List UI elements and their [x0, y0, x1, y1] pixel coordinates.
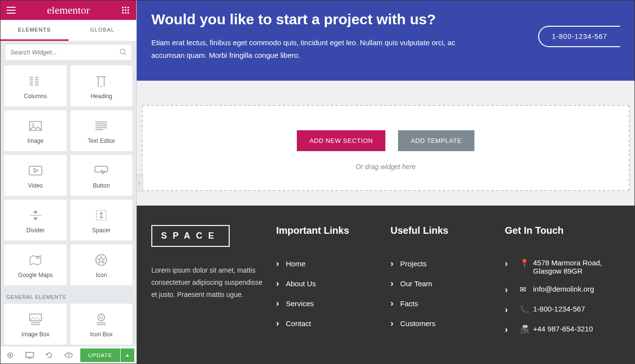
- sidebar-footer: UPDATE ▲: [0, 346, 136, 364]
- sidebar-tabs: ELEMENTS GLOBAL: [0, 20, 136, 41]
- imagebox-icon: [8, 312, 63, 326]
- fax-icon: 📠: [520, 325, 528, 334]
- spacer-icon: [74, 208, 129, 222]
- heading-icon: [74, 74, 129, 88]
- hamburger-icon[interactable]: [5, 4, 17, 16]
- svg-rect-1: [125, 7, 127, 8]
- svg-point-24: [68, 354, 70, 356]
- dropzone-hint: Or drag widget here: [152, 163, 619, 171]
- dropzone[interactable]: ADD NEW SECTION ADD TEMPLATE Or drag wid…: [142, 105, 630, 191]
- widget-icon[interactable]: Icon: [71, 244, 133, 285]
- footer-link[interactable]: Projects: [391, 254, 495, 274]
- svg-point-16: [37, 257, 38, 258]
- phone-icon: 📞: [520, 305, 528, 314]
- tab-global[interactable]: GLOBAL: [69, 20, 137, 41]
- maps-icon: [8, 253, 63, 267]
- search-input[interactable]: [5, 45, 131, 60]
- svg-point-19: [98, 314, 105, 321]
- svg-rect-12: [29, 166, 42, 175]
- svg-rect-5: [127, 10, 129, 11]
- settings-icon[interactable]: [0, 347, 20, 364]
- widget-video[interactable]: Video: [4, 155, 67, 196]
- preview-icon[interactable]: [59, 347, 78, 364]
- button-icon: [74, 164, 129, 177]
- footer-col3-title: Useful Links: [391, 225, 495, 236]
- divider-icon: [8, 208, 63, 222]
- footer-col-contact: Get In Touch 📍4578 Marmora Road, Glasgow…: [505, 225, 620, 340]
- svg-rect-23: [26, 352, 34, 357]
- svg-point-11: [32, 123, 34, 125]
- add-template-button[interactable]: ADD TEMPLATE: [398, 130, 474, 151]
- history-icon[interactable]: [39, 347, 59, 364]
- svg-point-9: [120, 49, 125, 54]
- footer-link[interactable]: Home: [276, 254, 381, 274]
- widget-button[interactable]: Button: [71, 155, 133, 196]
- cta-phone-button[interactable]: 1-800-1234-567: [538, 26, 620, 47]
- widget-columns[interactable]: Columns: [4, 66, 67, 106]
- svg-rect-2: [127, 7, 129, 8]
- svg-rect-13: [95, 166, 108, 172]
- video-icon: [8, 164, 63, 177]
- text-icon: [74, 119, 129, 133]
- widgets-panel: Columns Heading Image Text Editor Video …: [0, 64, 136, 346]
- cta-section[interactable]: Would you like to start a project with u…: [137, 0, 635, 81]
- footer-col2-title: Important Links: [276, 225, 381, 236]
- widget-text-editor[interactable]: Text Editor: [71, 110, 133, 151]
- collapse-sidebar-button[interactable]: ‹: [137, 174, 143, 192]
- footer-about-text: Lorem ipsum dolor sit amet, mattis conse…: [151, 264, 267, 301]
- cta-title: Would you like to start a project with u…: [151, 11, 528, 28]
- footer-link[interactable]: Facts: [391, 294, 495, 313]
- widget-image-box[interactable]: Image Box: [4, 304, 67, 345]
- location-icon: 📍: [520, 259, 528, 268]
- update-options-button[interactable]: ▲: [121, 348, 134, 362]
- footer-link[interactable]: Contact: [276, 313, 381, 333]
- cta-text: Etiam erat lectus, finibus eget commodo …: [151, 36, 472, 61]
- svg-rect-7: [125, 12, 127, 14]
- svg-rect-0: [122, 7, 124, 8]
- iconbox-icon: [74, 312, 129, 326]
- elementor-sidebar: elementor ELEMENTS GLOBAL Columns Headin…: [0, 0, 137, 364]
- star-icon: [74, 253, 129, 267]
- tab-elements[interactable]: ELEMENTS: [0, 20, 69, 41]
- editor-canvas: ‹ Would you like to start a project with…: [137, 0, 635, 364]
- widget-heading[interactable]: Heading: [71, 66, 133, 106]
- add-section-button[interactable]: ADD NEW SECTION: [297, 130, 385, 151]
- footer-col4-title: Get In Touch: [505, 225, 620, 236]
- footer-link[interactable]: Our Team: [391, 274, 495, 294]
- email-icon: ✉: [520, 285, 528, 294]
- svg-rect-8: [127, 12, 129, 14]
- widget-google-maps[interactable]: Google Maps: [4, 244, 67, 285]
- search-icon[interactable]: [120, 49, 127, 55]
- footer-col-important: Important Links Home About Us Services C…: [276, 225, 381, 340]
- sidebar-header: elementor: [0, 0, 136, 20]
- elementor-logo: elementor: [47, 4, 90, 17]
- footer-link[interactable]: Services: [276, 294, 381, 313]
- image-icon: [8, 119, 63, 133]
- footer-col-about: SPACE Lorem ipsum dolor sit amet, mattis…: [151, 225, 267, 340]
- responsive-icon[interactable]: [20, 347, 39, 364]
- svg-point-20: [100, 316, 103, 319]
- footer-section[interactable]: SPACE Lorem ipsum dolor sit amet, mattis…: [137, 206, 635, 364]
- columns-icon: [8, 74, 63, 88]
- widget-search: [0, 41, 136, 64]
- svg-rect-3: [122, 10, 124, 11]
- footer-col-useful: Useful Links Projects Our Team Facts Cus…: [391, 225, 495, 340]
- update-button[interactable]: UPDATE: [80, 348, 120, 362]
- widget-divider[interactable]: Divider: [4, 200, 67, 241]
- footer-link[interactable]: Customers: [391, 313, 495, 333]
- footer-brand: SPACE: [151, 225, 230, 247]
- section-label: GENERAL ELEMENTS: [4, 290, 132, 304]
- widget-image[interactable]: Image: [4, 110, 67, 151]
- widget-spacer[interactable]: Spacer: [71, 200, 133, 241]
- svg-rect-4: [125, 10, 127, 11]
- widget-icon-box[interactable]: Icon Box: [71, 304, 133, 345]
- svg-rect-6: [122, 12, 124, 14]
- footer-link[interactable]: About Us: [276, 274, 381, 294]
- svg-point-22: [9, 354, 11, 356]
- apps-grid-icon[interactable]: [120, 4, 131, 16]
